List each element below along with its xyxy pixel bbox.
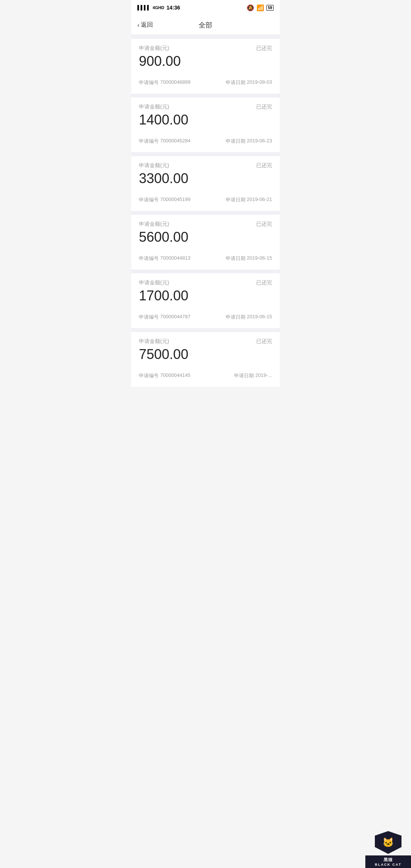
record-date: 申请日期 2019-06-23: [226, 138, 272, 145]
record-date: 申请日期 2019-...: [234, 372, 272, 379]
date-value: 2019-06-23: [247, 138, 272, 145]
network-type: 4GHD: [153, 5, 164, 10]
record-date: 申请日期 2019-06-15: [226, 314, 272, 321]
amount-value: 1400.00: [139, 112, 272, 128]
nav-bar: ‹ 返回 全部: [131, 15, 280, 35]
record-date: 申请日期 2019-08-03: [226, 79, 272, 86]
back-button[interactable]: ‹ 返回: [137, 21, 153, 29]
section-divider: [131, 94, 280, 97]
card-top: 申请金额(元) 已还完: [139, 162, 272, 169]
date-value: 2019-06-21: [247, 196, 272, 203]
back-chevron-icon: ‹: [137, 22, 139, 29]
number-label: 申请编号: [139, 138, 159, 145]
record-card[interactable]: 申请金额(元) 已还完 1400.00 申请编号 70000045284 申请日…: [131, 97, 280, 152]
status-right: 🔕 📶 59: [247, 4, 274, 11]
amount-label: 申请金额(元): [139, 45, 169, 52]
signal-icon: ▌▌▌▌: [137, 5, 150, 10]
record-card[interactable]: 申请金额(元) 已还完 5600.00 申请编号 70000044813 申请日…: [131, 215, 280, 270]
record-number: 申请编号 70000045284: [139, 138, 191, 145]
wifi-icon: 📶: [256, 4, 264, 11]
record-number: 申请编号 70000045199: [139, 196, 191, 203]
record-number: 申请编号 70000044813: [139, 255, 191, 262]
record-card[interactable]: 申请金额(元) 已还完 7500.00 申请编号 70000044145 申请日…: [131, 332, 280, 387]
card-footer: 申请编号 70000045284 申请日期 2019-06-23: [139, 133, 272, 146]
section-divider: [131, 35, 280, 39]
amount-value: 3300.00: [139, 171, 272, 187]
number-value: 70000046899: [160, 79, 191, 86]
status-badge: 已还完: [256, 162, 272, 169]
card-footer: 申请编号 70000045199 申请日期 2019-06-21: [139, 192, 272, 205]
record-number: 申请编号 70000044145: [139, 372, 191, 379]
date-label: 申请日期: [226, 79, 245, 86]
status-badge: 已还完: [256, 279, 272, 286]
date-label: 申请日期: [226, 314, 245, 321]
amount-label: 申请金额(元): [139, 338, 169, 345]
card-top: 申请金额(元) 已还完: [139, 104, 272, 110]
date-label: 申请日期: [226, 138, 245, 145]
status-bar: ▌▌▌▌ 4GHD 14:36 🔕 📶 59: [131, 0, 280, 15]
card-footer: 申请编号 70000046899 申请日期 2019-08-03: [139, 75, 272, 88]
number-value: 70000045284: [160, 138, 191, 145]
record-date: 申请日期 2019-06-15: [226, 255, 272, 262]
amount-label: 申请金额(元): [139, 162, 169, 169]
number-label: 申请编号: [139, 79, 159, 86]
record-number: 申请编号 70000046899: [139, 79, 191, 86]
section-divider: [131, 328, 280, 332]
section-divider: [131, 270, 280, 273]
record-date: 申请日期 2019-06-21: [226, 196, 272, 203]
card-top: 申请金额(元) 已还完: [139, 279, 272, 286]
number-value: 70000044813: [160, 255, 191, 262]
date-value: 2019-06-15: [247, 314, 272, 321]
record-number: 申请编号 70000044787: [139, 314, 191, 321]
number-value: 70000045199: [160, 196, 191, 203]
amount-label: 申请金额(元): [139, 279, 169, 286]
status-badge: 已还完: [256, 338, 272, 345]
amount-value: 5600.00: [139, 229, 272, 245]
number-label: 申请编号: [139, 372, 159, 379]
bell-icon: 🔕: [247, 4, 254, 11]
status-badge: 已还完: [256, 45, 272, 52]
date-value: 2019-...: [255, 372, 272, 379]
status-left: ▌▌▌▌ 4GHD 14:36: [137, 5, 180, 11]
card-top: 申请金额(元) 已还完: [139, 338, 272, 345]
date-label: 申请日期: [226, 196, 245, 203]
card-top: 申请金额(元) 已还完: [139, 45, 272, 52]
card-top: 申请金额(元) 已还完: [139, 221, 272, 228]
amount-value: 900.00: [139, 53, 272, 69]
amount-label: 申请金额(元): [139, 221, 169, 228]
back-label: 返回: [141, 21, 153, 29]
page-title: 全部: [199, 21, 212, 30]
amount-label: 申请金额(元): [139, 104, 169, 110]
number-value: 70000044787: [160, 314, 191, 321]
card-footer: 申请编号 70000044787 申请日期 2019-06-15: [139, 309, 272, 322]
record-card[interactable]: 申请金额(元) 已还完 3300.00 申请编号 70000045199 申请日…: [131, 156, 280, 211]
number-value: 70000044145: [160, 372, 191, 379]
amount-value: 1700.00: [139, 288, 272, 304]
date-label: 申请日期: [226, 255, 245, 262]
record-card[interactable]: 申请金额(元) 已还完 1700.00 申请编号 70000044787 申请日…: [131, 273, 280, 328]
card-footer: 申请编号 70000044813 申请日期 2019-06-15: [139, 251, 272, 263]
date-value: 2019-08-03: [247, 79, 272, 86]
section-divider: [131, 211, 280, 215]
card-footer: 申请编号 70000044145 申请日期 2019-...: [139, 368, 272, 381]
number-label: 申请编号: [139, 255, 159, 262]
status-badge: 已还完: [256, 221, 272, 228]
record-card[interactable]: 申请金额(元) 已还完 900.00 申请编号 70000046899 申请日期…: [131, 39, 280, 94]
battery-icon: 59: [266, 5, 274, 11]
records-list: 申请金额(元) 已还完 900.00 申请编号 70000046899 申请日期…: [131, 35, 280, 387]
date-label: 申请日期: [234, 372, 254, 379]
amount-value: 7500.00: [139, 346, 272, 362]
status-badge: 已还完: [256, 104, 272, 110]
section-divider: [131, 152, 280, 156]
time: 14:36: [167, 5, 180, 11]
number-label: 申请编号: [139, 196, 159, 203]
date-value: 2019-06-15: [247, 255, 272, 262]
number-label: 申请编号: [139, 314, 159, 321]
